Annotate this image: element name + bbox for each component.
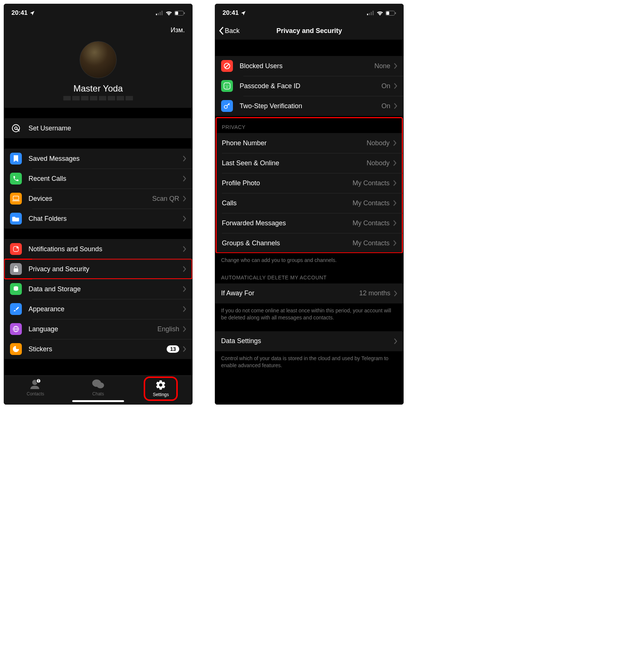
row-label: Privacy and Security [29,265,183,273]
data-settings-row[interactable]: Data Settings [215,331,403,351]
svg-rect-14 [14,268,18,272]
lock-icon [13,266,19,272]
tab-contacts[interactable]: ! Contacts [21,379,50,396]
row-label: Appearance [29,305,183,313]
status-bar: 20:41 [4,4,192,22]
blocked-users-row[interactable]: Blocked Users None [215,56,403,76]
key-icon [223,102,231,110]
groups-channels-row[interactable]: Groups & Channels My Contacts [216,233,403,253]
back-button[interactable]: Back [219,27,240,35]
stickers-row[interactable]: Stickers 13 [4,339,192,359]
chevron-right-icon [393,160,397,166]
svg-rect-3 [161,11,163,15]
at-icon: + [11,123,21,133]
svg-rect-0 [156,14,157,15]
tab-chats[interactable]: Chats [83,379,113,396]
avatar[interactable] [80,41,117,78]
home-indicator[interactable] [72,400,124,402]
chevron-right-icon [394,83,397,89]
passcode-row[interactable]: Passcode & Face ID On [215,76,403,96]
twostep-row[interactable]: Two-Step Verification On [215,96,403,116]
battery-icon [386,11,396,16]
block-icon [223,62,231,70]
row-label: Stickers [29,345,167,353]
set-username-row[interactable]: + Set Username [4,118,192,138]
row-value: Nobody [367,159,390,167]
saved-messages-row[interactable]: Saved Messages [4,149,192,169]
notifications-row[interactable]: Notifications and Sounds [4,239,192,259]
row-label: Recent Calls [29,175,183,183]
row-value: On [381,82,390,90]
row-label: If Away For [221,289,359,297]
autodelete-section-footer: If you do not come online at least once … [215,303,403,322]
tab-bar: ! Contacts Chats Settings [4,375,192,404]
chat-folders-row[interactable]: Chat Folders [4,209,192,229]
row-value: My Contacts [353,239,390,247]
row-label: Phone Number [222,139,367,147]
brush-icon [13,306,19,312]
cellular-icon [367,11,374,15]
chevron-right-icon [183,306,186,312]
svg-rect-2 [160,12,161,15]
chevron-right-icon [183,346,186,352]
calls-row[interactable]: Calls My Contacts [216,193,403,213]
appearance-row[interactable]: Appearance [4,299,192,319]
chevron-right-icon [183,156,186,162]
forwarded-row[interactable]: Forwarded Messages My Contacts [216,213,403,233]
svg-point-13 [16,247,18,249]
row-label: Blocked Users [240,62,374,70]
chevron-right-icon [394,63,397,69]
privacy-section-header: PRIVACY [216,117,403,133]
database-icon [13,286,19,292]
svg-point-23 [97,382,104,388]
svg-rect-6 [175,11,178,15]
chevron-right-icon [183,326,186,332]
profile-subtitle-redacted [4,96,192,100]
chevron-right-icon [183,176,186,182]
bell-icon [13,245,19,253]
tab-label: Chats [92,391,104,396]
chevron-right-icon [394,290,397,296]
sticker-icon [12,345,20,353]
svg-rect-29 [395,12,396,14]
privacy-security-row[interactable]: Privacy and Security [4,259,192,279]
chevron-right-icon [394,338,397,344]
svg-point-8 [15,127,17,130]
data-storage-row[interactable]: Data and Storage [4,279,192,299]
settings-nav: Изм. [4,22,192,38]
tab-label: Contacts [27,391,44,396]
devices-row[interactable]: Devices Scan QR [4,189,192,209]
row-label: Profile Photo [222,179,353,187]
lastseen-row[interactable]: Last Seen & Online Nobody [216,153,403,173]
svg-rect-5 [184,12,185,14]
gear-icon [155,379,166,391]
if-away-for-row[interactable]: If Away For 12 months [215,283,403,303]
chevron-right-icon [183,266,186,272]
location-icon [241,10,246,16]
chevron-right-icon [394,103,397,109]
svg-rect-11 [12,200,20,201]
settings-screen: 20:41 Изм. Master Yoda + Set Username [4,4,193,405]
profile-photo-row[interactable]: Profile Photo My Contacts [216,173,403,193]
profile-header[interactable]: Master Yoda [4,38,192,108]
bookmark-icon [13,155,19,162]
recent-calls-row[interactable]: Recent Calls [4,169,192,189]
row-label: Saved Messages [29,155,183,163]
row-label: Notifications and Sounds [29,245,183,253]
row-value: English [157,325,179,333]
phone-icon [13,175,19,182]
battery-icon [174,11,185,16]
page-title: Privacy and Security [276,27,342,35]
tab-settings[interactable]: Settings [146,379,176,399]
svg-rect-24 [367,14,368,15]
chevron-left-icon [219,27,224,35]
row-value: Nobody [367,139,390,147]
chevron-right-icon [183,246,186,252]
edit-button[interactable]: Изм. [170,26,185,34]
language-row[interactable]: Language English [4,319,192,339]
phone-number-row[interactable]: Phone Number Nobody [216,133,403,153]
profile-name: Master Yoda [4,83,192,94]
row-value: My Contacts [353,179,390,187]
privacy-section-highlight: PRIVACY Phone Number Nobody Last Seen & … [216,117,403,253]
contacts-icon: ! [30,379,41,390]
